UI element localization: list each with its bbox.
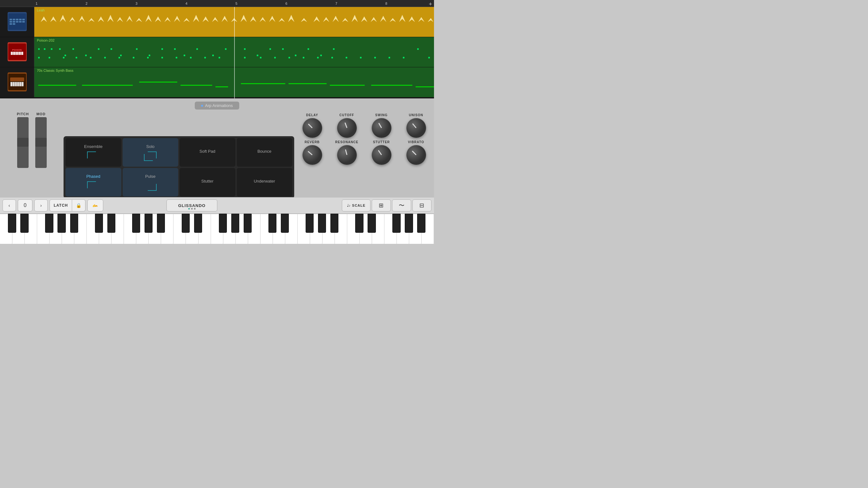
black-key-0[interactable] xyxy=(8,214,16,233)
black-key-1[interactable] xyxy=(20,214,28,233)
svg-marker-22 xyxy=(250,17,256,22)
ruler-mark-8: 8 xyxy=(384,2,434,5)
black-key-15[interactable] xyxy=(194,214,202,233)
black-key-8[interactable] xyxy=(107,214,115,233)
black-key-29[interactable] xyxy=(368,214,376,233)
pitch-slider-group: PITCH xyxy=(17,112,29,168)
preset-cell-solo[interactable]: Solo xyxy=(123,138,179,167)
layout-icon: ⊟ xyxy=(420,202,424,209)
black-key-25[interactable] xyxy=(318,214,326,233)
track-header-poison[interactable]: POISON xyxy=(0,37,34,67)
glissando-dot-1 xyxy=(188,208,190,209)
unison-knob[interactable] xyxy=(406,118,426,138)
pitch-slider[interactable] xyxy=(17,117,29,168)
latch-button[interactable]: LATCH xyxy=(50,199,72,212)
svg-marker-28 xyxy=(314,17,320,22)
preset-cell-phased[interactable]: Phased xyxy=(65,168,121,197)
swing-knob[interactable] xyxy=(372,118,392,138)
black-key-17[interactable] xyxy=(219,214,227,233)
svg-marker-32 xyxy=(351,15,358,22)
preset-cell-underwater[interactable]: Underwater xyxy=(237,168,292,197)
black-key-31[interactable] xyxy=(392,214,400,233)
prev-icon: ‹ xyxy=(8,203,10,208)
black-key-4[interactable] xyxy=(58,214,65,233)
reverb-label: REVERB xyxy=(305,140,320,144)
svg-marker-8 xyxy=(117,17,123,22)
black-key-21[interactable] xyxy=(269,214,276,233)
black-key-12[interactable] xyxy=(157,214,165,233)
latch-group: LATCH 🔒 xyxy=(50,199,86,212)
add-track-button[interactable]: + xyxy=(429,1,432,8)
preset-cell-bounce[interactable]: Bounce xyxy=(237,138,292,167)
knob-group-stutter-knob: STUTTER xyxy=(367,140,396,165)
next-icon: › xyxy=(40,203,42,208)
mod-slider[interactable] xyxy=(35,117,47,168)
preset-cell-stutter[interactable]: Stutter xyxy=(180,168,236,197)
svg-marker-40 xyxy=(428,18,433,22)
piano-keyboard[interactable] xyxy=(0,214,434,244)
track-header-leah[interactable] xyxy=(0,7,34,37)
preset-grid: Ensemble Solo Soft Pad Bounce Phased xyxy=(64,136,294,198)
track-label-synthbass: 70s Classic Synth Bass xyxy=(37,69,73,72)
black-key-18[interactable] xyxy=(231,214,239,233)
black-key-28[interactable] xyxy=(355,214,363,233)
black-key-26[interactable] xyxy=(331,214,338,233)
preset-label-stutter: Stutter xyxy=(202,179,214,184)
ruler-mark-6: 6 xyxy=(284,2,334,5)
svg-marker-13 xyxy=(164,17,170,22)
handpan-button[interactable]: 🫴 xyxy=(87,199,103,212)
piano-roll-button[interactable]: ⊞ xyxy=(372,199,391,212)
track-row-leah: Leah xyxy=(0,7,434,37)
black-key-7[interactable] xyxy=(95,214,103,233)
unison-label: UNISON xyxy=(409,113,423,117)
track-icon-leah xyxy=(8,12,27,31)
svg-marker-39 xyxy=(418,17,425,22)
svg-marker-33 xyxy=(361,17,367,22)
stutter-knob[interactable] xyxy=(372,145,392,165)
preset-label-bounce: Bounce xyxy=(257,149,271,154)
svg-marker-14 xyxy=(174,16,180,22)
black-key-32[interactable] xyxy=(405,214,413,233)
black-key-3[interactable] xyxy=(45,214,53,233)
delay-knob[interactable] xyxy=(303,118,322,138)
track-header-synthbass[interactable] xyxy=(0,67,34,97)
preset-cell-ensemble[interactable]: Ensemble xyxy=(65,138,121,167)
preset-cell-soft-pad[interactable]: Soft Pad xyxy=(180,138,236,167)
black-key-11[interactable] xyxy=(145,214,153,233)
handpan-icon: 🫴 xyxy=(92,203,98,208)
svg-marker-17 xyxy=(203,17,209,22)
black-key-19[interactable] xyxy=(244,214,252,233)
reverb-knob[interactable] xyxy=(303,145,322,165)
preset-icon-phased xyxy=(87,181,100,191)
next-button[interactable]: › xyxy=(34,199,48,212)
black-key-22[interactable] xyxy=(281,214,289,233)
black-key-5[interactable] xyxy=(70,214,78,233)
preset-label-ensemble: Ensemble xyxy=(84,144,103,149)
black-key-14[interactable] xyxy=(182,214,190,233)
arp-pattern-button[interactable]: 〜 xyxy=(392,199,411,212)
black-key-10[interactable] xyxy=(132,214,140,233)
black-key-24[interactable] xyxy=(306,214,314,233)
glissando-button[interactable]: GLISSANDO xyxy=(166,199,217,212)
mod-thumb xyxy=(35,138,47,147)
svg-marker-29 xyxy=(323,17,330,22)
arp-text: Arp Animations xyxy=(205,103,232,108)
lock-button[interactable]: 🔒 xyxy=(72,199,86,212)
resonance-knob[interactable] xyxy=(337,145,357,165)
track-row-poison: POISON Poison-202 xyxy=(0,37,434,67)
preset-cell-pulse[interactable]: Pulse xyxy=(123,168,179,197)
prev-button[interactable]: ‹ xyxy=(3,199,16,212)
scale-label: SCALE xyxy=(352,203,365,207)
bottom-panel: Arp Animations PITCH MOD xyxy=(0,98,434,244)
scale-button[interactable]: ♩♪ SCALE xyxy=(342,199,370,212)
svg-marker-6 xyxy=(98,17,104,22)
glissando-label: GLISSANDO xyxy=(178,203,206,208)
vibrato-knob[interactable] xyxy=(406,145,426,165)
layout-button[interactable]: ⊟ xyxy=(412,199,431,212)
ruler-mark-4: 4 xyxy=(184,2,234,5)
svg-marker-12 xyxy=(155,17,161,22)
stutter-knob-label: STUTTER xyxy=(373,140,390,144)
cutoff-knob[interactable] xyxy=(337,118,357,138)
octave-value: 0 xyxy=(18,199,32,212)
black-key-33[interactable] xyxy=(417,214,425,233)
